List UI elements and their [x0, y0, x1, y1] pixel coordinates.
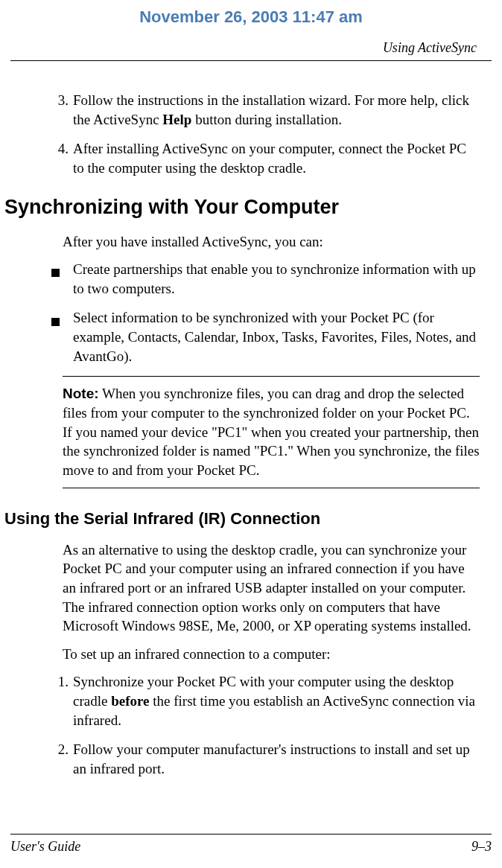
step-text: Follow your computer manufacturer's inst…: [73, 740, 487, 778]
square-bullet-icon: [51, 269, 60, 277]
step-number: 2.: [15, 740, 73, 778]
step-number: 4.: [15, 139, 73, 177]
heading-synchronizing: Synchronizing with Your Computer: [4, 196, 487, 219]
step-item: 2. Follow your computer manufacturer's i…: [15, 740, 487, 778]
step-text: Synchronize your Pocket PC with your com…: [73, 672, 487, 730]
paragraph: As an alternative to using the desktop c…: [63, 540, 480, 636]
paragraph: To set up an infrared connection to a co…: [63, 645, 480, 664]
step-number: 1.: [15, 672, 73, 730]
step-item: 3. Follow the instructions in the instal…: [15, 91, 487, 129]
bold-text: Help: [162, 112, 191, 127]
step-text: Follow the instructions in the installat…: [73, 91, 487, 129]
footer-page-number: 9–3: [471, 839, 492, 855]
text-segment: Follow your computer manufacturer's inst…: [73, 741, 470, 776]
bold-text: before: [111, 693, 149, 709]
page-content: 3. Follow the instructions in the instal…: [0, 61, 502, 779]
step-item: 1. Synchronize your Pocket PC with your …: [15, 672, 487, 730]
bullet-marker: [15, 260, 73, 298]
paragraph: After you have installed ActiveSync, you…: [63, 232, 480, 252]
header-section-title: Using ActiveSync: [10, 40, 492, 61]
bullet-item: Create partnerships that enable you to s…: [15, 260, 487, 298]
text-segment: button during installation.: [191, 112, 342, 127]
text-segment: After installing ActiveSync on your comp…: [73, 141, 466, 176]
heading-infrared: Using the Serial Infrared (IR) Connectio…: [4, 509, 487, 529]
note-label: Note:: [63, 386, 99, 401]
page-footer: User's Guide 9–3: [10, 834, 492, 855]
bullet-marker: [15, 308, 73, 366]
note-text: When you synchronize files, you can drag…: [63, 386, 480, 478]
step-text: After installing ActiveSync on your comp…: [73, 139, 487, 177]
step-number: 3.: [15, 91, 73, 129]
square-bullet-icon: [51, 318, 60, 326]
bullet-text: Select information to be synchronized wi…: [73, 308, 487, 366]
header-date: November 26, 2003 11:47 am: [0, 0, 502, 40]
footer-left: User's Guide: [10, 839, 80, 855]
note-block: Note: When you synchronize files, you ca…: [63, 376, 480, 488]
step-item: 4. After installing ActiveSync on your c…: [15, 139, 487, 177]
bullet-text: Create partnerships that enable you to s…: [73, 260, 487, 298]
bullet-item: Select information to be synchronized wi…: [15, 308, 487, 366]
